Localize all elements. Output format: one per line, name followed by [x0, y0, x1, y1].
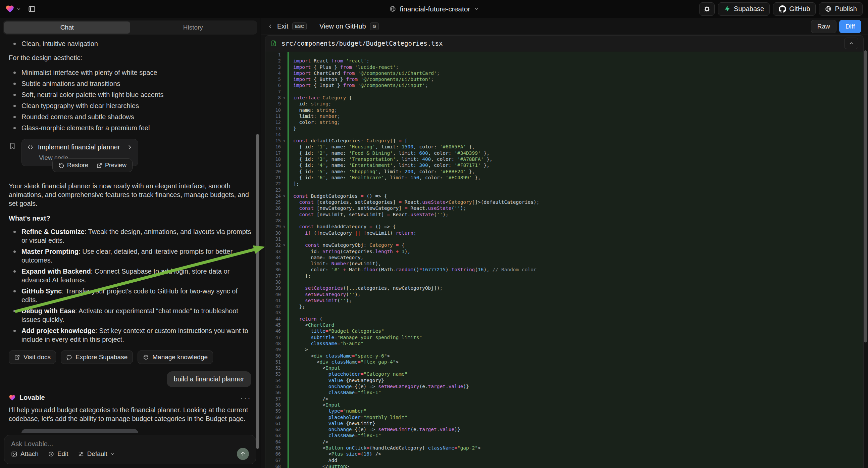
- tab-chat[interactable]: Chat: [4, 22, 130, 34]
- fold-toggle-icon[interactable]: ∨: [281, 193, 287, 199]
- code-line: 9 id: string;: [266, 101, 863, 107]
- code-line: 50 <div className="space-y-6">: [266, 353, 863, 359]
- send-button[interactable]: [237, 448, 249, 460]
- topbar: financial-future-creator Supabase GitHub…: [0, 0, 868, 18]
- code-line: 4import ChartCard from '@/components/ui/…: [266, 70, 863, 76]
- code-editor[interactable]: 12import React from 'react';3import { Pl…: [266, 51, 863, 468]
- list-item: Add project knowledge: Set key context o…: [9, 326, 251, 344]
- chat-messages[interactable]: Clean, intuitive navigation For the desi…: [0, 37, 260, 433]
- code-line: 39 setCategories([...categories, newCate…: [266, 285, 863, 291]
- publish-globe-icon: [825, 5, 832, 12]
- fold-toggle-icon[interactable]: ∨: [281, 95, 287, 101]
- lovable-app: financial-future-creator Supabase GitHub…: [0, 0, 868, 468]
- esc-shortcut: ESC: [292, 23, 307, 30]
- fold-toggle-icon[interactable]: ∨: [281, 138, 287, 144]
- edit-button[interactable]: Edit: [48, 450, 68, 458]
- code-line: 30 if (!newCategory || !newLimit) return…: [266, 230, 863, 236]
- restore-icon: [58, 163, 64, 169]
- code-line: 44 return (: [266, 316, 863, 322]
- code-line: 59 type="number": [266, 408, 863, 414]
- chat-scrollbar-thumb[interactable]: [256, 134, 259, 449]
- external-link-icon: [96, 163, 102, 169]
- bookmark-icon[interactable]: [9, 142, 16, 150]
- publish-button[interactable]: Publish: [819, 2, 863, 16]
- code-line: 14: [266, 131, 863, 138]
- chevron-down-icon: [17, 7, 21, 11]
- code-line: 23: [266, 187, 863, 193]
- code-line: 62 onChange={(e) => setNewLimit(e.target…: [266, 427, 863, 432]
- code-scrollbar-thumb[interactable]: [864, 50, 867, 343]
- github-button[interactable]: GitHub: [773, 2, 816, 16]
- visit-docs-button[interactable]: Visit docs: [9, 351, 56, 364]
- bullet-dot: [13, 251, 16, 253]
- manage-knowledge-button[interactable]: Manage knowledge: [137, 351, 213, 364]
- code-header: Exit ESC View on GitHub G Raw Diff: [261, 18, 868, 35]
- bullet-dot: [13, 231, 16, 233]
- explore-supabase-button[interactable]: Explore Supabase: [61, 351, 133, 364]
- code-line: 17 { id: '2', name: 'Food & Dining', lim…: [266, 150, 863, 156]
- code-line: 32∨ const newCategoryObj: Category = {: [266, 242, 863, 248]
- code-line: 38: [266, 279, 863, 285]
- chevron-down-icon: [474, 6, 479, 11]
- lovable-logo-menu[interactable]: [5, 4, 21, 13]
- file-header[interactable]: src/components/budget/BudgetCategories.t…: [266, 36, 863, 51]
- fold-toggle-icon[interactable]: ∨: [281, 242, 287, 248]
- bullet-dot: [13, 71, 16, 74]
- version-card-add-budget-categories[interactable]: Add budget categories View code: [22, 429, 138, 433]
- user-message: build a financial planner: [167, 371, 251, 387]
- code-line: 16 { id: '1', name: 'Housing', limit: 15…: [266, 144, 863, 150]
- tab-history[interactable]: History: [130, 22, 256, 34]
- chat-panel: Chat History Clean, intuitive navigation…: [0, 18, 260, 468]
- code-line: 40 setNewCategory('');: [266, 291, 863, 297]
- message-menu-button[interactable]: ···: [240, 396, 251, 400]
- view-on-github-button[interactable]: View on GitHub G: [319, 23, 379, 30]
- version-actions: Restore Preview: [52, 158, 132, 172]
- bullet-dot: [13, 105, 16, 107]
- bullet-dot: [13, 127, 16, 129]
- settings-button[interactable]: [699, 2, 715, 16]
- list-item: Soft, neutral color palette with light b…: [9, 90, 251, 99]
- code-line: 67 Add: [266, 457, 863, 463]
- bullet-dot: [13, 330, 16, 332]
- code-line: 64 />: [266, 439, 863, 445]
- code-line: 28: [266, 217, 863, 224]
- code-line: 11 limit: number;: [266, 113, 863, 119]
- exit-button[interactable]: Exit ESC: [268, 23, 307, 30]
- quick-actions: Visit docs Explore Supabase Manage knowl…: [9, 351, 251, 364]
- code-line: 33 id: String(categories.length + 1),: [266, 248, 863, 255]
- restore-button[interactable]: Restore: [58, 162, 88, 169]
- whats-next-heading: What's next?: [9, 214, 251, 223]
- chat-input[interactable]: Ask Lovable...: [11, 440, 249, 448]
- supabase-button[interactable]: Supabase: [718, 2, 770, 16]
- code-line: 25 const [categories, setCategories] = R…: [266, 199, 863, 205]
- code-line: 55 onChange={(e) => setNewCategory(e.tar…: [266, 383, 863, 389]
- code-line: 41 setNewLimit('');: [266, 297, 863, 303]
- list-item: Minimalist interface with plenty of whit…: [9, 68, 251, 77]
- raw-toggle[interactable]: Raw: [811, 20, 836, 33]
- code-line: 56 className="flex-1": [266, 389, 863, 396]
- code-line: 47 subtitle="Manage your spending limits…: [266, 334, 863, 341]
- collapse-file-button[interactable]: [844, 38, 858, 49]
- code-icon: [27, 144, 34, 150]
- target-icon: [48, 451, 54, 457]
- code-line: 19 { id: '4', name: 'Entertainment', lim…: [266, 162, 863, 168]
- assistant-text: Your sleek financial planner is now read…: [9, 182, 251, 208]
- chat-composer[interactable]: Ask Lovable... Attach Edit Default: [4, 435, 256, 464]
- code-line: 10 name: string;: [266, 107, 863, 113]
- chevron-up-icon: [848, 40, 854, 46]
- fold-toggle-icon[interactable]: ∨: [281, 224, 287, 230]
- code-line: 58 <Input: [266, 402, 863, 408]
- preview-button[interactable]: Preview: [96, 162, 126, 169]
- toggle-sidebar-button[interactable]: [25, 3, 39, 16]
- code-line: 3import { Plus } from 'lucide-react';: [266, 64, 863, 70]
- code-line: 60 placeholder="Monthly limit": [266, 414, 863, 420]
- code-line: 61 value={newLimit}: [266, 420, 863, 427]
- project-switcher[interactable]: financial-future-creator: [389, 5, 479, 13]
- diff-toggle[interactable]: Diff: [839, 20, 861, 33]
- bookmark-icon[interactable]: [9, 432, 16, 433]
- attach-button[interactable]: Attach: [11, 450, 39, 458]
- code-line: 57 />: [266, 396, 863, 402]
- code-line: 22];: [266, 181, 863, 187]
- code-line: 53 placeholder="Category name": [266, 371, 863, 377]
- mode-select[interactable]: Default: [78, 450, 115, 458]
